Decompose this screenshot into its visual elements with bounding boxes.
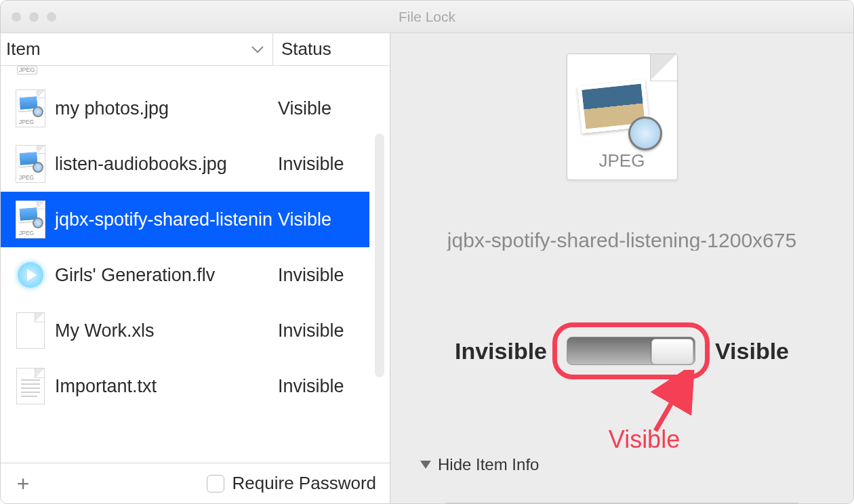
selected-filename: jqbx-spotify-shared-listening-1200x675 <box>432 229 812 251</box>
chevron-down-icon <box>251 45 264 54</box>
toggle-label-visible: Visible <box>715 338 789 364</box>
scrollbar[interactable] <box>375 133 384 377</box>
file-name: jqbx-spotify-shared-listenin <box>51 209 278 230</box>
hide-item-info-toggle[interactable]: Hide Item Info <box>420 455 539 474</box>
preview-badge: JPEG <box>567 150 677 171</box>
jpeg-file-icon: JPEG <box>10 89 51 127</box>
divider <box>446 503 798 503</box>
require-password-checkbox[interactable] <box>207 475 224 492</box>
content-area: Item Status JPEGJPEGmy photos.jpgVisible… <box>1 33 853 503</box>
app-window: File Lock Item Status JPEGJPEGmy photos.… <box>0 0 854 504</box>
file-name: Important.txt <box>51 376 278 397</box>
column-header-status[interactable]: Status <box>273 39 390 60</box>
column-header-item[interactable]: Item <box>1 33 273 65</box>
magnifier-icon <box>628 117 662 150</box>
disclosure-triangle-icon <box>420 461 431 469</box>
file-status: Invisible <box>278 265 369 286</box>
file-name: My Work.xls <box>51 320 278 341</box>
hide-item-info-label: Hide Item Info <box>438 455 539 474</box>
jpeg-tag: JPEG <box>17 66 37 75</box>
window-title: File Lock <box>1 9 853 25</box>
require-password-label: Require Password <box>232 473 376 494</box>
visibility-toggle-row: Invisible Visible Visible <box>455 322 789 379</box>
jpeg-file-icon: JPEG <box>10 145 51 183</box>
columns-header: Item Status <box>1 33 390 66</box>
details-pane: JPEG jqbx-spotify-shared-listening-1200x… <box>390 33 853 503</box>
toggle-label-invisible: Invisible <box>455 338 547 364</box>
file-list[interactable]: JPEGJPEGmy photos.jpgVisibleJPEGlisten-a… <box>1 66 390 463</box>
table-row[interactable]: Girls' Generation.flvInvisible <box>1 247 369 303</box>
table-row[interactable]: JPEGjqbx-spotify-shared-listeninVisible <box>1 192 369 247</box>
toggle-knob-icon <box>651 339 693 364</box>
file-list-container: JPEGJPEGmy photos.jpgVisibleJPEGlisten-a… <box>1 66 390 463</box>
file-name: Girls' Generation.flv <box>51 265 278 286</box>
table-row[interactable]: JPEGmy photos.jpgVisible <box>1 81 369 136</box>
titlebar: File Lock <box>1 1 853 33</box>
jpeg-file-icon: JPEG <box>10 201 51 238</box>
bottom-toolbar: + Require Password <box>1 463 390 503</box>
table-row[interactable]: Important.txtInvisible <box>1 358 369 414</box>
svg-line-0 <box>655 379 685 431</box>
file-name: listen-audiobooks.jpg <box>51 154 278 175</box>
column-header-status-label: Status <box>281 39 331 59</box>
table-row[interactable]: My Work.xlsInvisible <box>1 303 369 358</box>
file-status: Visible <box>278 98 369 119</box>
video-file-icon <box>10 258 51 292</box>
file-status: Invisible <box>278 320 369 341</box>
plus-icon: + <box>17 473 30 495</box>
file-status: Invisible <box>278 376 369 397</box>
file-status: Visible <box>278 209 369 230</box>
file-status: Invisible <box>278 154 369 175</box>
generic-file-icon <box>10 312 51 349</box>
annotation-text: Visible <box>609 425 680 454</box>
add-button[interactable]: + <box>7 468 39 499</box>
column-header-item-label: Item <box>6 39 41 60</box>
list-item-partial: JPEG <box>1 66 369 81</box>
file-name: my photos.jpg <box>51 98 278 119</box>
visibility-toggle[interactable] <box>567 337 695 365</box>
page-fold-icon <box>650 54 677 81</box>
table-row[interactable]: JPEGlisten-audiobooks.jpgInvisible <box>1 136 369 192</box>
file-preview-icon: JPEG <box>567 54 678 180</box>
file-list-pane: Item Status JPEGJPEGmy photos.jpgVisible… <box>1 33 390 503</box>
text-file-icon <box>10 368 51 404</box>
